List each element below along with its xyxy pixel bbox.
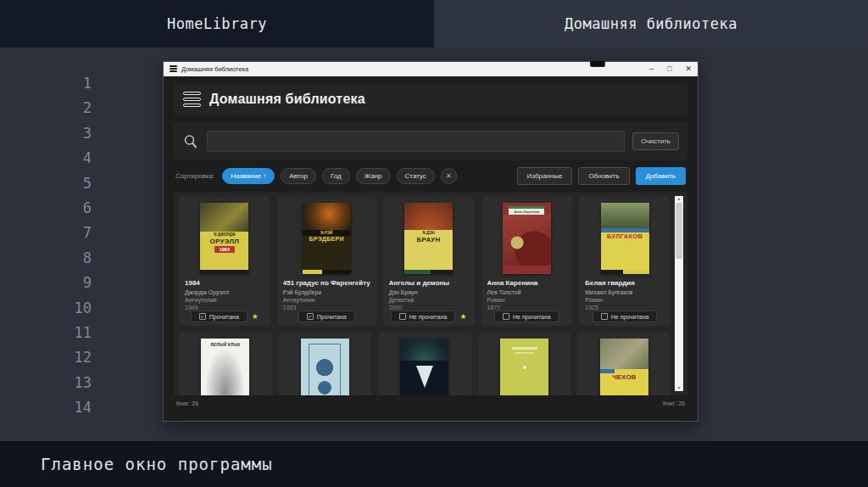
cover-author-text: ОРУЭЛЛ <box>200 238 248 245</box>
app-window: Домашняя библиотека – □ ✕ Домашняя библи… <box>163 61 698 422</box>
line-numbers: 1 2 3 4 5 6 7 8 9 10 11 12 13 14 <box>66 71 92 420</box>
book-stack-icon <box>183 92 201 107</box>
line-number: 9 <box>66 271 92 295</box>
status-button[interactable]: ✓ Прочитана <box>191 311 248 322</box>
search-input[interactable] <box>207 131 625 152</box>
line-number: 3 <box>66 121 92 146</box>
book-cover: БЕЛЫЙ КЛЫК <box>201 339 249 395</box>
sort-chip-status[interactable]: Статус <box>397 168 435 184</box>
line-number: 11 <box>66 321 92 345</box>
line-number: 12 <box>66 345 92 370</box>
book-cover: N ДЖОРДЖ ОРУЭЛЛ 1984 <box>200 203 248 274</box>
unread-checkbox-icon <box>601 313 608 320</box>
book-card[interactable]: N ДЭН БРАУН Ангелы и демоны Дэн Браун Де… <box>383 197 475 326</box>
book-author: Рэй Брэдбери <box>283 289 370 295</box>
sort-clear-button[interactable]: ✕ <box>441 168 457 184</box>
read-checkbox-icon: ✓ <box>307 313 314 320</box>
book-card[interactable]: БЕЛЫЙ КЛЫК <box>179 333 272 395</box>
refresh-button[interactable]: Обновить <box>578 167 629 185</box>
window-app-icon <box>170 65 177 74</box>
book-count-right: Книг: 26 <box>663 400 685 406</box>
book-cover <box>301 339 349 395</box>
book-title: Белая гвардия <box>585 279 665 287</box>
window-titlebar[interactable]: Домашняя библиотека – □ ✕ <box>164 62 698 76</box>
cover-title-label: Анна Каренина <box>509 206 544 215</box>
slide-header-left: HomeLibrary <box>0 0 434 48</box>
sort-chip-year[interactable]: Год <box>322 168 350 184</box>
line-number: 7 <box>66 221 92 245</box>
book-cover: Анна Каренина <box>503 203 551 274</box>
books-grid-panel: N ДЖОРДЖ ОРУЭЛЛ 1984 1984 Джордж Оруэлл … <box>174 192 687 395</box>
maximize-button[interactable]: □ <box>667 65 671 73</box>
status-button[interactable]: Не прочитана <box>391 311 456 322</box>
vertical-scrollbar[interactable]: ▲ ▼ <box>675 196 683 391</box>
status-button[interactable]: Не прочитана <box>593 311 658 322</box>
book-title: Анна Каренина <box>487 279 567 287</box>
scroll-up-icon[interactable]: ▲ <box>677 196 682 202</box>
line-number: 14 <box>66 395 92 420</box>
book-year: 1953 <box>283 305 370 311</box>
book-year: 1877 <box>487 305 567 311</box>
book-count-left: Книг: 26 <box>176 400 198 406</box>
slide-title-ru: Домашняя библиотека <box>565 15 737 32</box>
book-card[interactable] <box>378 333 471 395</box>
cover-author-text: БРАУН <box>404 236 453 244</box>
slide-header: HomeLibrary Домашняя библиотека <box>0 0 868 48</box>
book-cover: БУЛГАКОВ <box>601 203 649 274</box>
status-button[interactable]: ✓ Прочитана <box>298 311 355 322</box>
book-title: 1984 <box>185 279 264 287</box>
book-genre: Антиутопия <box>283 297 370 303</box>
line-number: 6 <box>66 196 92 221</box>
book-card[interactable]: БУЛГАКОВ Белая гвардия Михаил Булгаков Р… <box>579 197 670 326</box>
close-button[interactable]: ✕ <box>685 65 692 73</box>
search-icon <box>182 133 199 150</box>
book-card[interactable]: N ДЖОРДЖ ОРУЭЛЛ 1984 1984 Джордж Оруэлл … <box>179 197 270 326</box>
line-number: 1 <box>66 71 92 96</box>
book-card[interactable]: N РЭЙ БРЭДБЕРИ 451 градус по Фаренгейту … <box>277 197 376 326</box>
favorite-star-icon[interactable]: ★ <box>252 313 259 321</box>
window-title: Домашняя библиотека <box>181 65 649 73</box>
minimize-button[interactable]: – <box>649 65 654 73</box>
book-card[interactable]: Анна Каренина Анна Каренина Лев Толстой … <box>481 197 573 326</box>
line-number: 10 <box>66 296 92 321</box>
book-card[interactable] <box>478 333 571 395</box>
read-checkbox-icon: ✓ <box>199 313 206 320</box>
unread-checkbox-icon <box>399 313 406 320</box>
add-book-button[interactable]: Добавить <box>636 167 686 185</box>
book-author: Михаил Булгаков <box>585 289 665 295</box>
sort-chip-genre[interactable]: Жанр <box>356 168 391 184</box>
line-number: 2 <box>66 96 92 120</box>
favorites-button[interactable]: Избранные <box>517 167 573 185</box>
scroll-down-icon[interactable]: ▼ <box>677 385 682 391</box>
book-card[interactable]: ЧЕХОВ <box>577 333 670 395</box>
book-title: 451 градус по Фаренгейту <box>283 279 370 287</box>
sort-chip-title[interactable]: Название ↑ <box>222 168 275 184</box>
cover-author-text: БРЭДБЕРИ <box>303 236 351 242</box>
book-year: 1949 <box>185 305 264 311</box>
cover-title-badge: 1984 <box>214 246 235 253</box>
window-top-notch <box>590 60 605 67</box>
cover-series-band: N ДЖОРДЖ <box>200 232 248 238</box>
book-card[interactable] <box>279 333 372 395</box>
clear-search-button[interactable]: Очистить <box>632 132 679 150</box>
line-number: 13 <box>66 371 92 395</box>
books-row-1: N ДЖОРДЖ ОРУЭЛЛ 1984 1984 Джордж Оруэлл … <box>179 197 670 326</box>
book-cover: N РЭЙ БРЭДБЕРИ <box>303 203 351 274</box>
line-number: 5 <box>66 171 92 196</box>
book-cover: N ДЭН БРАУН <box>404 203 453 274</box>
cover-title-text: БЕЛЫЙ КЛЫК <box>201 342 249 347</box>
statusbar: Книг: 26 Книг: 26 <box>174 395 687 411</box>
book-cover: ЧЕХОВ <box>600 339 648 395</box>
scrollbar-thumb[interactable] <box>676 203 682 259</box>
status-button[interactable]: Не прочитана <box>494 311 559 322</box>
favorite-star-icon[interactable]: ★ <box>459 313 466 321</box>
caption-band: Главное окно программы <box>0 441 868 487</box>
book-author: Лев Толстой <box>487 289 567 295</box>
book-cover <box>400 339 448 395</box>
app-content: Домашняя библиотека Очистить Сортировка:… <box>164 76 698 411</box>
line-number: 4 <box>66 146 92 171</box>
book-author: Джордж Оруэлл <box>185 289 264 295</box>
sort-chip-author[interactable]: Автор <box>281 168 316 184</box>
book-year: 2000 <box>389 305 469 311</box>
book-genre: Роман <box>585 297 665 303</box>
